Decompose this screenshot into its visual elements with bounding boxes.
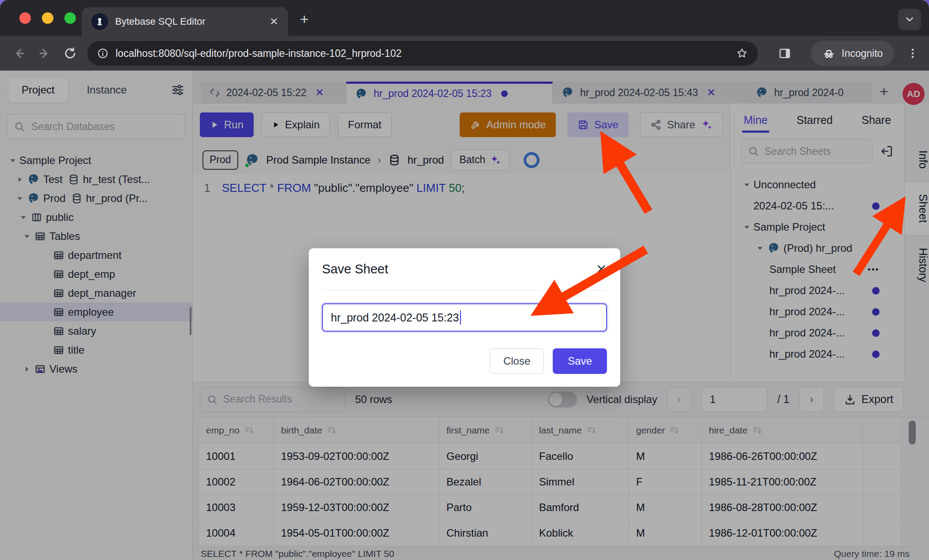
sheet-name-value: hr_prod 2024-02-05 15:23 [331, 311, 459, 324]
modal-close-button[interactable]: Close [490, 348, 544, 374]
browser-window: Bytebase SQL Editor ✕ + localhost [0, 0, 929, 560]
forward-icon[interactable] [38, 47, 51, 60]
browser-tab[interactable]: Bytebase SQL Editor ✕ [82, 7, 288, 36]
modal-save-button[interactable]: Save [553, 348, 607, 374]
new-tab-button[interactable]: + [300, 11, 309, 26]
reload-icon[interactable] [64, 47, 77, 60]
browser-chrome: Bytebase SQL Editor ✕ + localhost [0, 0, 929, 71]
bytebase-favicon-icon [91, 13, 108, 30]
text-cursor [460, 310, 461, 325]
back-icon[interactable] [12, 47, 26, 60]
modal-divider [322, 290, 607, 290]
incognito-label: Incognito [842, 48, 883, 60]
browser-url-row: localhost:8080/sql-editor/prod-sample-in… [0, 36, 929, 71]
save-sheet-modal: Save Sheet ✕ hr_prod 2024-02-05 15:23 Cl… [309, 248, 620, 387]
url-bar[interactable]: localhost:8080/sql-editor/prod-sample-in… [87, 41, 758, 66]
browser-titlebar: Bytebase SQL Editor ✕ + [0, 0, 929, 36]
bookmark-star-icon[interactable] [736, 47, 748, 60]
incognito-icon [822, 47, 835, 60]
modal-actions: Close Save [322, 348, 607, 374]
modal-title: Save Sheet [322, 262, 388, 276]
url-text: localhost:8080/sql-editor/prod-sample-in… [116, 48, 736, 60]
close-icon[interactable]: ✕ [596, 261, 607, 277]
side-panel-icon[interactable] [778, 47, 791, 60]
browser-menu-kebab-icon[interactable] [907, 47, 919, 60]
modal-header: Save Sheet ✕ [322, 248, 607, 290]
site-info-icon[interactable] [97, 48, 109, 59]
close-window-button[interactable] [19, 12, 31, 24]
browser-tab-title: Bytebase SQL Editor [115, 16, 270, 27]
tab-close-icon[interactable]: ✕ [270, 15, 278, 28]
screenshot-stage: Bytebase SQL Editor ✕ + localhost [0, 0, 929, 560]
minimize-window-button[interactable] [42, 12, 53, 24]
incognito-badge: Incognito [811, 41, 894, 66]
window-controls [19, 12, 76, 24]
sheet-name-input[interactable]: hr_prod 2024-02-05 15:23 [322, 303, 607, 332]
zoom-window-button[interactable] [64, 12, 76, 24]
tab-search-button[interactable] [898, 9, 921, 30]
